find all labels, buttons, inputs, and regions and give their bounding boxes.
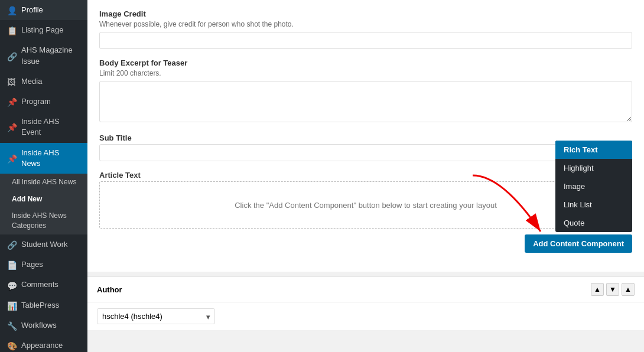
comments-icon: 💬 — [7, 281, 17, 290]
sidebar-item-inside-ahs-news[interactable]: 📌 Inside AHS News — [0, 143, 87, 174]
program-icon: 📌 — [7, 97, 17, 106]
author-expand-button[interactable]: ▲ — [622, 283, 635, 296]
sidebar-item-listing-page[interactable]: 📋 Listing Page — [0, 20, 87, 40]
sub-title-input[interactable] — [99, 144, 632, 161]
body-excerpt-group: Body Excerpt for Teaser Limit 200 charct… — [99, 58, 632, 124]
listing-page-icon: 📋 — [7, 25, 17, 35]
author-select-wrapper: hschle4 (hschle4) — [97, 308, 215, 324]
author-up-button[interactable]: ▲ — [591, 283, 604, 296]
ahs-magazine-icon: 🔗 — [7, 51, 17, 61]
body-excerpt-desc: Limit 200 charcters. — [99, 69, 632, 77]
dropdown-item-link-list[interactable]: Link List — [555, 195, 632, 214]
sidebar-submenu: All Inside AHS News Add New Inside AHS N… — [0, 174, 87, 234]
sidebar-item-student-work[interactable]: 🔗 Student Work — [0, 234, 87, 255]
sub-title-group: Sub Title — [99, 133, 632, 161]
article-text-placeholder: Click the "Add Content Component" button… — [235, 201, 497, 210]
student-work-icon: 🔗 — [7, 240, 17, 249]
author-down-button[interactable]: ▼ — [606, 283, 619, 296]
author-label: Author — [97, 285, 122, 294]
sidebar-item-inside-ahs-event[interactable]: 📌 Inside AHS Event — [0, 112, 87, 142]
sidebar-item-workflows[interactable]: 🔧 Workflows — [0, 315, 87, 335]
sidebar-item-all-inside-ahs-news[interactable]: All Inside AHS News — [0, 174, 87, 191]
inside-ahs-news-icon: 📌 — [7, 154, 17, 163]
image-credit-group: Image Credit Whenever possible, give cre… — [99, 9, 632, 49]
inside-ahs-event-icon: 📌 — [7, 122, 17, 132]
sidebar: 👤 Profile 📋 Listing Page 🔗 AHS Magazine … — [0, 0, 87, 352]
author-body: hschle4 (hschle4) — [87, 302, 644, 330]
image-credit-input[interactable] — [99, 32, 632, 49]
sidebar-item-program[interactable]: 📌 Program — [0, 92, 87, 112]
sidebar-item-categories[interactable]: Inside AHS News Categories — [0, 207, 87, 234]
body-excerpt-label: Body Excerpt for Teaser — [99, 58, 632, 67]
dropdown-item-image[interactable]: Image — [555, 177, 632, 195]
article-text-zone: Click the "Add Content Component" button… — [99, 181, 632, 229]
author-select[interactable]: hschle4 (hschle4) — [97, 308, 215, 324]
sidebar-item-appearance[interactable]: 🎨 Appearance — [0, 335, 87, 352]
article-text-group: Article Text Click the "Add Content Comp… — [99, 171, 632, 253]
dropdown-item-rich-text[interactable]: Rich Text — [555, 141, 632, 159]
body-excerpt-textarea[interactable] — [99, 81, 632, 122]
dropdown-item-highlight[interactable]: Highlight — [555, 159, 632, 177]
image-credit-label: Image Credit — [99, 9, 632, 18]
article-text-label: Article Text — [99, 171, 632, 180]
sub-title-label: Sub Title — [99, 133, 632, 142]
add-content-button[interactable]: Add Content Component — [525, 234, 632, 253]
pages-icon: 📄 — [7, 260, 17, 269]
sidebar-item-ahs-magazine[interactable]: 🔗 AHS Magazine Issue — [0, 40, 87, 71]
dropdown-item-quote[interactable]: Quote — [555, 214, 632, 232]
sidebar-item-pages[interactable]: 📄 Pages — [0, 255, 87, 275]
workflows-icon: 🔧 — [7, 321, 17, 330]
profile-icon: 👤 — [7, 5, 17, 15]
sidebar-item-comments[interactable]: 💬 Comments — [0, 275, 87, 295]
content-area: Image Credit Whenever possible, give cre… — [87, 0, 644, 272]
sidebar-item-tablepress[interactable]: 📊 TablePress — [0, 295, 87, 315]
author-header: Author ▲ ▼ ▲ — [87, 277, 644, 302]
main-content: Image Credit Whenever possible, give cre… — [87, 0, 644, 352]
dropdown-menu: Rich Text Highlight Image Link List Quot… — [555, 141, 632, 232]
media-icon: 🖼 — [7, 77, 17, 86]
add-content-wrapper: Rich Text Highlight Image Link List Quot… — [99, 234, 632, 253]
sidebar-item-profile[interactable]: 👤 Profile — [0, 0, 87, 20]
add-content-container: Rich Text Highlight Image Link List Quot… — [99, 234, 632, 253]
appearance-icon: 🎨 — [7, 341, 17, 350]
sidebar-item-media[interactable]: 🖼 Media — [0, 71, 87, 92]
author-controls: ▲ ▼ ▲ — [591, 283, 635, 296]
tablepress-icon: 📊 — [7, 301, 17, 310]
sidebar-item-add-new[interactable]: Add New — [0, 191, 87, 208]
image-credit-desc: Whenever possible, give credit for perso… — [99, 20, 632, 28]
author-section: Author ▲ ▼ ▲ hschle4 (hschle4) — [87, 276, 644, 330]
